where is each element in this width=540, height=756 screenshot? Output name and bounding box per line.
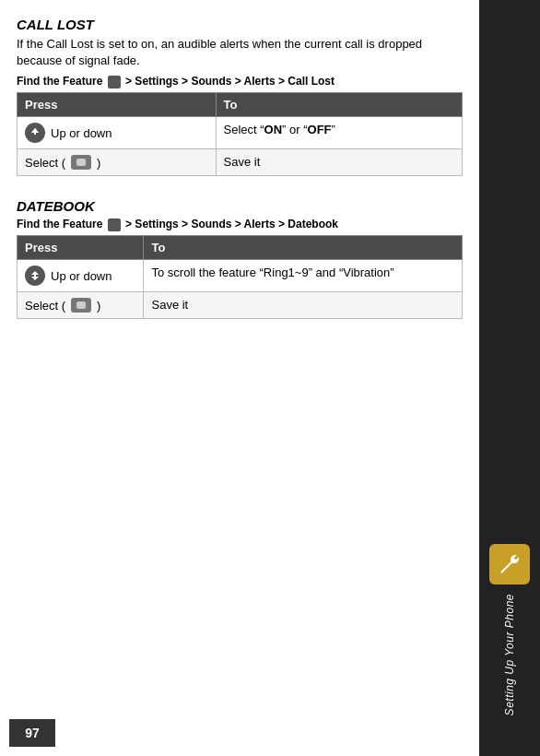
menu-icon-inline-2 bbox=[108, 219, 121, 231]
nav-up-down-icon-2 bbox=[25, 266, 45, 286]
select-close: ) bbox=[97, 156, 100, 170]
sidebar: Setting Up Your Phone bbox=[479, 0, 540, 756]
select-icon-2 bbox=[71, 298, 91, 313]
sidebar-icon-area: Setting Up Your Phone bbox=[489, 544, 530, 715]
to-cell-save: Save it bbox=[216, 149, 463, 176]
col-press-1: Press bbox=[18, 93, 217, 117]
call-lost-path: > Settings > Sounds > Alerts > Call Lost bbox=[125, 75, 335, 88]
call-lost-description: If the Call Lost is set to on, an audibl… bbox=[17, 36, 463, 69]
svg-rect-2 bbox=[34, 131, 36, 135]
main-content: CALL LOST If the Call Lost is set to on,… bbox=[0, 0, 479, 358]
table-row: Up or down To scroll the feature “Ring1~… bbox=[18, 260, 463, 292]
datebook-path: > Settings > Sounds > Alerts > Datebook bbox=[125, 218, 338, 230]
to-cell-2: To scroll the feature “Ring1~9” and “Vib… bbox=[144, 260, 463, 292]
table-row: Select ( ) Save it bbox=[18, 292, 463, 319]
press-cell-select-2: Select ( ) bbox=[18, 292, 144, 319]
col-press-2: Press bbox=[18, 236, 144, 260]
datebook-title: DATEBOOK bbox=[17, 198, 463, 214]
find-feature-label: Find the Feature bbox=[17, 75, 102, 88]
call-lost-title: CALL LOST bbox=[17, 17, 463, 32]
select-icon bbox=[71, 155, 91, 170]
sidebar-label: Setting Up Your Phone bbox=[503, 594, 516, 715]
select-close-2: ) bbox=[97, 299, 100, 313]
call-lost-table: Press To bbox=[17, 92, 463, 176]
press-cell: Up or down bbox=[18, 117, 217, 149]
datebook-table: Press To bbox=[17, 235, 463, 319]
wrench-icon bbox=[489, 544, 530, 585]
press-label: Up or down bbox=[51, 126, 112, 140]
nav-up-down-icon bbox=[25, 123, 45, 143]
col-to-1: To bbox=[216, 93, 463, 117]
table-row: Up or down Select “ON” or “OFF” bbox=[18, 117, 463, 149]
page-number-area: 97 bbox=[9, 719, 55, 747]
press-cell-select: Select ( ) bbox=[18, 149, 217, 176]
select-label: Select ( bbox=[25, 156, 65, 170]
svg-marker-5 bbox=[31, 277, 39, 280]
call-lost-find-feature: Find the Feature > Settings > Sounds > A… bbox=[17, 75, 463, 89]
to-cell: Select “ON” or “OFF” bbox=[216, 117, 463, 149]
press-cell-2: Up or down bbox=[18, 260, 144, 292]
datebook-find-feature: Find the Feature > Settings > Sounds > A… bbox=[17, 218, 463, 231]
to-cell-save-2: Save it bbox=[144, 292, 463, 319]
col-to-2: To bbox=[144, 236, 463, 260]
menu-icon-inline bbox=[108, 76, 121, 89]
datebook-section: DATEBOOK Find the Feature > Settings > S… bbox=[17, 198, 463, 319]
find-feature-label-2: Find the Feature bbox=[17, 218, 102, 230]
call-lost-section: CALL LOST If the Call Lost is set to on,… bbox=[17, 17, 463, 176]
select-label-2: Select ( bbox=[25, 299, 65, 313]
page-number: 97 bbox=[25, 726, 40, 740]
table-row: Select ( ) Save it bbox=[18, 149, 463, 176]
press-label-2: Up or down bbox=[51, 269, 112, 283]
